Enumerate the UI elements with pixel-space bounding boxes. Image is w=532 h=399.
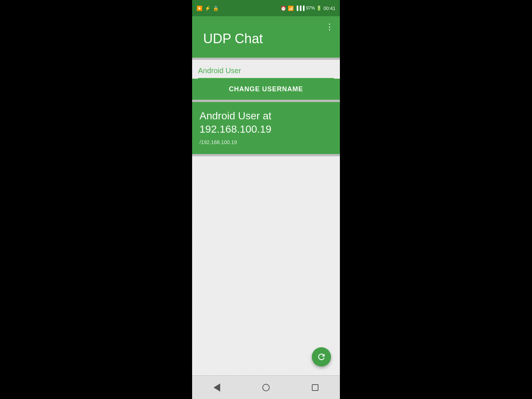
home-icon (262, 384, 270, 391)
recents-icon (312, 384, 318, 391)
navigation-bar (192, 375, 340, 399)
back-icon (214, 383, 220, 392)
vpn-icon: 🔒 (213, 6, 219, 11)
signal-icon: ▐▐▐ (295, 6, 305, 11)
usb-icon: ⚡ (205, 6, 211, 11)
refresh-fab-button[interactable] (312, 347, 331, 366)
time-display: 00:41 (323, 6, 335, 11)
battery-percent: 97% (306, 6, 315, 11)
main-content-area (192, 156, 340, 375)
menu-dots-button[interactable]: ⋮ (325, 22, 334, 32)
username-input[interactable] (198, 64, 334, 79)
back-button[interactable] (206, 380, 228, 395)
user-display-name: Android User at 192.168.100.19 (200, 109, 332, 136)
status-bar: ▶️ ⚡ 🔒 ⏰ 📶 ▐▐▐ 97% 🔋 00:41 (192, 0, 340, 16)
refresh-icon (317, 352, 326, 362)
home-button[interactable] (255, 380, 277, 395)
battery-icon: 🔋 (316, 6, 322, 11)
wifi-icon: 📶 (288, 6, 294, 11)
phone-screen: ▶️ ⚡ 🔒 ⏰ 📶 ▐▐▐ 97% 🔋 00:41 ⋮ UDP Chat CH… (192, 0, 340, 399)
user-info-card: Android User at 192.168.100.19 /192.168.… (192, 102, 340, 154)
app-header: ⋮ UDP Chat (192, 16, 340, 58)
alarm-icon: ⏰ (280, 6, 286, 11)
username-section (192, 60, 340, 79)
app-title: UDP Chat (200, 31, 332, 47)
user-ip-address: /192.168.100.19 (200, 139, 332, 145)
status-bar-left-icons: ▶️ ⚡ 🔒 (197, 6, 219, 11)
screen-record-icon: ▶️ (197, 6, 202, 11)
status-bar-right-icons: ⏰ 📶 ▐▐▐ 97% 🔋 00:41 (280, 6, 335, 11)
change-username-button[interactable]: CHANGE USERNAME (192, 79, 340, 100)
recents-button[interactable] (304, 380, 326, 395)
